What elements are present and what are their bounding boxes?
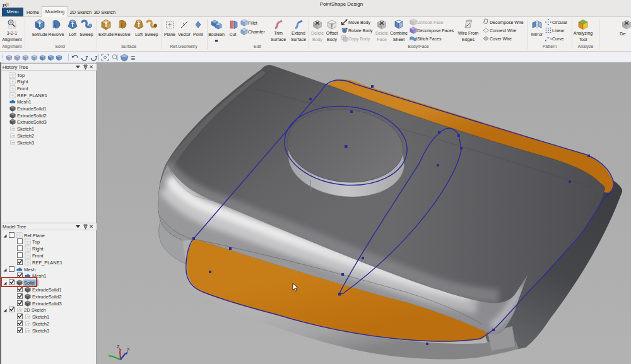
- svg-text:Z: Z: [117, 344, 120, 349]
- svg-text:X: X: [127, 347, 130, 351]
